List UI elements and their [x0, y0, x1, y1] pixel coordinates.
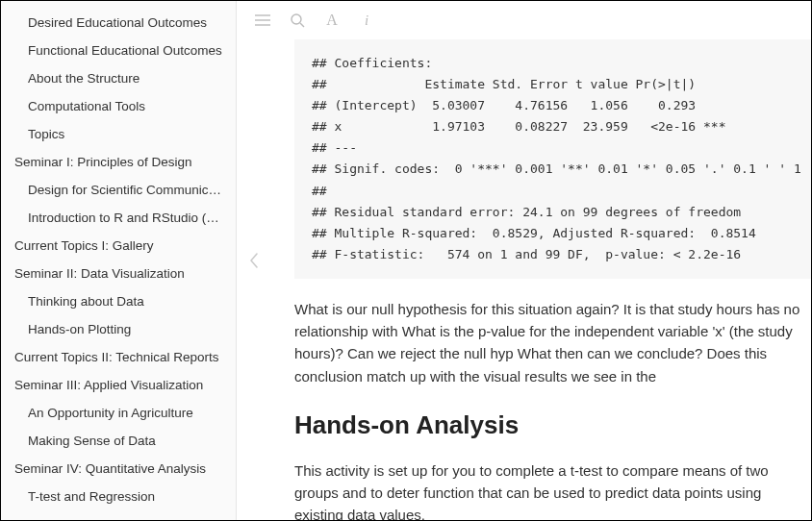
main-content: ## Coefficients: ## Estimate Std. Error …: [237, 39, 811, 520]
sidebar-item[interactable]: Desired Educational Outcomes: [1, 9, 236, 37]
question-paragraph: What is our null hypothesis for this sit…: [294, 298, 811, 387]
sidebar-item[interactable]: Thinking about Data: [1, 287, 236, 315]
sidebar-item[interactable]: Introduction to R and RStudio (Cl…: [1, 204, 236, 232]
sidebar-item[interactable]: Topics: [1, 120, 236, 148]
sidebar-scroll[interactable]: Desired Educational OutcomesFunctional E…: [1, 1, 236, 520]
sidebar: Desired Educational OutcomesFunctional E…: [1, 1, 237, 520]
section-heading: Hands-on Analysis: [294, 410, 811, 440]
sidebar-item[interactable]: Seminar II: Data Visualization: [1, 260, 236, 287]
sidebar-item[interactable]: Hands-on Plotting: [1, 315, 236, 343]
sidebar-item[interactable]: T-test and Regression: [1, 483, 236, 510]
sidebar-item[interactable]: Seminar III: Applied Visualization: [1, 371, 236, 399]
sidebar-item[interactable]: Functional Educational Outcomes: [1, 37, 236, 64]
code-output: ## Coefficients: ## Estimate Std. Error …: [294, 39, 811, 279]
svg-point-3: [292, 14, 301, 24]
sidebar-item[interactable]: Seminar IV: Quantitative Analysis: [1, 455, 236, 483]
svg-line-4: [300, 23, 304, 27]
sidebar-item[interactable]: Current Topics II: Technical Reports: [1, 343, 236, 371]
sidebar-item[interactable]: Design for Scientific Communicati…: [1, 176, 236, 204]
info-icon[interactable]: i: [358, 12, 375, 29]
intro-paragraph: This activity is set up for you to compl…: [294, 459, 811, 520]
sidebar-item[interactable]: An Opportunity in Agriculture: [1, 399, 236, 427]
font-icon[interactable]: A: [323, 12, 341, 29]
sidebar-item[interactable]: About the Structure: [1, 64, 236, 92]
content-area: A i ## Coefficients: ## Estimate Std. Er…: [237, 1, 811, 520]
toc-icon[interactable]: [254, 12, 271, 29]
sidebar-item[interactable]: Hands-on Analysis: [1, 510, 236, 520]
sidebar-item[interactable]: Seminar I: Principles of Design: [1, 148, 236, 176]
sidebar-item[interactable]: Current Topics I: Gallery: [1, 232, 236, 260]
sidebar-item[interactable]: Computational Tools: [1, 92, 236, 120]
topbar: A i: [237, 1, 811, 39]
search-icon[interactable]: [289, 12, 306, 29]
collapse-sidebar-handle[interactable]: [242, 241, 266, 280]
sidebar-item[interactable]: Making Sense of Data: [1, 427, 236, 455]
nav-list: Desired Educational OutcomesFunctional E…: [1, 1, 236, 520]
